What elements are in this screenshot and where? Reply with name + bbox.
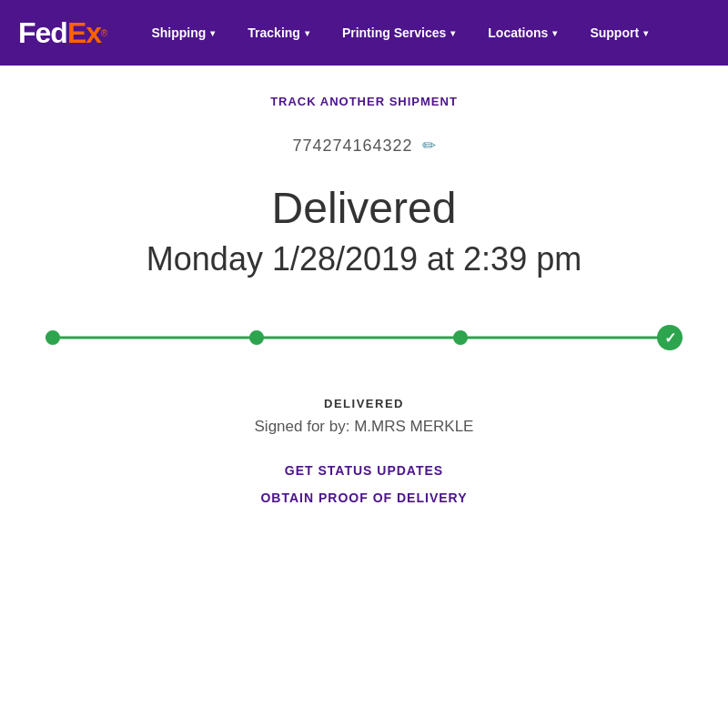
checkmark-icon: ✓ [664,329,676,347]
obtain-proof-link[interactable]: OBTAIN PROOF OF DELIVERY [260,490,467,505]
logo-dot: ® [101,28,107,38]
progress-dot-3 [453,330,468,345]
progress-dots: ✓ [46,325,682,350]
action-links: GET STATUS UPDATES OBTAIN PROOF OF DELIV… [18,463,710,505]
main-content: TRACK ANOTHER SHIPMENT 774274164322 ✏ De… [0,66,728,560]
nav-item-tracking[interactable]: Tracking ▾ [231,0,326,66]
progress-bar-container: ✓ [46,324,682,351]
nav-locations-label: Locations [488,25,548,40]
nav-support-label: Support [590,25,639,40]
chevron-down-icon: ▾ [450,28,455,38]
chevron-down-icon: ▾ [305,28,309,38]
progress-dot-final: ✓ [657,325,682,350]
status-label: DELIVERED [18,397,710,410]
tracking-number-row: 774274164322 ✏ [18,136,710,156]
fedex-logo[interactable]: FedEx® [18,16,107,50]
track-another-shipment-link[interactable]: TRACK ANOTHER SHIPMENT [270,95,458,108]
chevron-down-icon: ▾ [552,28,557,38]
nav-menu: Shipping ▾ Tracking ▾ Printing Services … [135,0,664,66]
signed-by-text: Signed for by: M.MRS MERKLE [18,418,710,436]
get-status-updates-link[interactable]: GET STATUS UPDATES [285,463,443,478]
delivery-status-title: Delivered [18,183,710,233]
nav-printing-label: Printing Services [342,25,446,40]
logo-fed: Fed [18,16,67,50]
navbar: FedEx® Shipping ▾ Tracking ▾ Printing Se… [0,0,728,66]
status-info: DELIVERED Signed for by: M.MRS MERKLE [18,397,710,436]
nav-item-support[interactable]: Support ▾ [573,0,664,66]
chevron-down-icon: ▾ [210,28,215,38]
nav-item-locations[interactable]: Locations ▾ [471,0,573,66]
nav-item-shipping[interactable]: Shipping ▾ [135,0,231,66]
nav-item-printing[interactable]: Printing Services ▾ [326,0,471,66]
progress-dot-1 [46,330,60,345]
delivery-status-date: Monday 1/28/2019 at 2:39 pm [18,240,710,278]
progress-dot-2 [249,330,264,345]
nav-tracking-label: Tracking [248,25,300,40]
nav-shipping-label: Shipping [151,25,206,40]
edit-icon[interactable]: ✏ [422,136,436,156]
tracking-number: 774274164322 [292,136,412,156]
logo-ex: Ex [67,16,101,50]
chevron-down-icon: ▾ [643,28,648,38]
